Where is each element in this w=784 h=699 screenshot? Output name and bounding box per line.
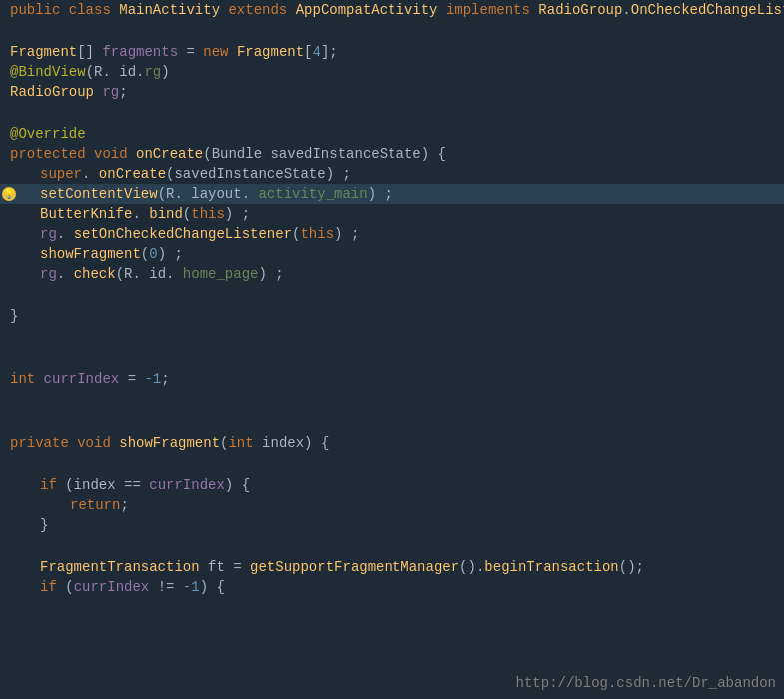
classname-listener: OnCheckedChangeListener xyxy=(631,2,784,18)
method-oncreate2: onCreate xyxy=(99,166,166,182)
plain-ft: ft = xyxy=(200,559,250,575)
method-check: check xyxy=(74,266,116,282)
code-line-1: public class MainActivity extends AppCom… xyxy=(0,0,784,20)
code-line-empty-9 xyxy=(0,535,784,557)
ref-activitymain: activity_main xyxy=(258,186,367,202)
field-currindex: currIndex xyxy=(44,371,120,387)
number-0: 0 xyxy=(149,246,157,262)
field-rg2: rg xyxy=(40,226,57,242)
keyword-this: this xyxy=(191,206,225,222)
plain-assign: = xyxy=(178,44,203,60)
plain-r: (R. layout. xyxy=(158,186,259,202)
plain-dot4: . xyxy=(57,266,74,282)
plain-paren12: (). xyxy=(459,559,484,575)
code-line-fragmenttx: FragmentTransaction ft = getSupportFragm… xyxy=(0,557,784,577)
keyword-if2: if xyxy=(40,579,65,595)
dot-separator: . xyxy=(622,2,630,18)
method-getsupport: getSupportFragmentManager xyxy=(250,559,459,575)
plain-paren4: ) ; xyxy=(225,206,250,222)
plain-params: (Bundle savedInstanceState) { xyxy=(203,146,446,162)
plain-semi3: ; xyxy=(120,497,128,513)
code-line-super: super . onCreate (savedInstanceState) ; xyxy=(0,164,784,184)
ref-rg: rg xyxy=(144,64,161,80)
number-minus1: -1 xyxy=(144,371,161,387)
plain-neq: != xyxy=(149,579,183,595)
method-showfragment: showFragment xyxy=(40,246,141,262)
keyword-implements: implements xyxy=(446,2,538,18)
code-line-empty-7 xyxy=(0,411,784,433)
keyword-class: class xyxy=(69,2,119,18)
classname-butterknife: ButterKnife xyxy=(40,206,132,222)
keyword-protected: protected xyxy=(10,146,94,162)
keyword-if: if xyxy=(40,477,65,493)
method-setcontent: setContentView xyxy=(40,186,158,202)
plain-paren6: ) ; xyxy=(334,226,359,242)
plain-semi2: ; xyxy=(161,371,169,387)
plain-paren2: ) xyxy=(161,64,169,80)
code-line-empty-5 xyxy=(0,348,784,369)
plain-paren11: (index == xyxy=(65,477,149,493)
code-line-empty-6 xyxy=(0,389,784,411)
plain-brace: } xyxy=(10,308,18,324)
keyword-return: return xyxy=(70,497,120,513)
keyword-int: int xyxy=(10,371,44,387)
code-line-empty-8 xyxy=(0,453,784,475)
plain-index: index) { xyxy=(262,435,329,451)
method-bind: bind xyxy=(149,206,183,222)
code-line-radiogroup: RadioGroup rg ; xyxy=(0,82,784,102)
classname-fragment: Fragment xyxy=(10,44,77,60)
watermark: http://blog.csdn.net/Dr_abandon xyxy=(516,675,776,691)
keyword-int2: int xyxy=(228,435,262,451)
field-fragments: fragments xyxy=(102,44,178,60)
classname-appcompat: AppCompatActivity xyxy=(296,2,446,18)
plain-paren8: ) ; xyxy=(158,246,183,262)
keyword-this2: this xyxy=(300,226,334,242)
plain-paren10: ( xyxy=(220,435,228,451)
field-currindex3: currIndex xyxy=(74,579,150,595)
keyword-extends: extends xyxy=(228,2,295,18)
code-line-currindex: int currIndex = -1 ; xyxy=(0,369,784,389)
code-line-empty-1 xyxy=(0,20,784,42)
plain-paren5: ( xyxy=(292,226,300,242)
code-line-if2: if ( currIndex != -1 ) { xyxy=(0,577,784,597)
keyword-void: void xyxy=(94,146,136,162)
code-line-override: @Override xyxy=(0,124,784,144)
code-line-empty-4 xyxy=(0,326,784,348)
keyword-new: new xyxy=(203,44,237,60)
plain-paren9: ) ; xyxy=(258,266,283,282)
code-line-showfragment: showFragment ( 0 ) ; xyxy=(0,244,784,264)
number-minus1-2: -1 xyxy=(183,579,200,595)
code-line-empty-3 xyxy=(0,284,784,306)
code-line-return: return ; xyxy=(0,495,784,515)
bulb-icon[interactable]: 💡 xyxy=(2,187,16,201)
number-4: 4 xyxy=(313,44,321,60)
annotation-override: @Override xyxy=(10,126,86,142)
code-line-rgcheck: rg . check (R. id. home_page ) ; xyxy=(0,264,784,284)
field-rg3: rg xyxy=(40,266,57,282)
method-begin: beginTransaction xyxy=(484,559,618,575)
plain-bracket3: ]; xyxy=(321,44,338,60)
plain-semi: ; xyxy=(119,84,127,100)
plain-paren14: ( xyxy=(65,579,73,595)
field-currindex2: currIndex xyxy=(149,477,225,493)
code-line-setcontent: 💡 setContentView (R. layout. activity_ma… xyxy=(0,184,784,204)
plain-superparams: (savedInstanceState) ; xyxy=(166,166,351,182)
plain-r2: (R. id. xyxy=(116,266,183,282)
keyword-void2: void xyxy=(77,435,119,451)
url-text: http://blog.csdn.net/Dr_abandon xyxy=(516,675,776,691)
code-line-empty-2 xyxy=(0,102,784,124)
plain-bracket2: [ xyxy=(304,44,312,60)
classname-fragmenttx: FragmentTransaction xyxy=(40,559,200,575)
method-oncreate: onCreate xyxy=(136,146,203,162)
classname-radiogroup: RadioGroup xyxy=(538,2,622,18)
keyword-private: private xyxy=(10,435,77,451)
ref-homepage: home_page xyxy=(183,266,259,282)
code-line-setoncheck: rg . setOnCheckedChangeListener ( this )… xyxy=(0,224,784,244)
code-line-bindview: @BindView (R. id. rg ) xyxy=(0,62,784,82)
method-setoncheck: setOnCheckedChangeListener xyxy=(74,226,292,242)
field-rg: rg xyxy=(102,84,119,100)
code-line-close-if: } xyxy=(0,515,784,535)
plain-brace2: ) { xyxy=(225,477,250,493)
plain-dot: . xyxy=(82,166,99,182)
plain-paren7: ( xyxy=(141,246,149,262)
